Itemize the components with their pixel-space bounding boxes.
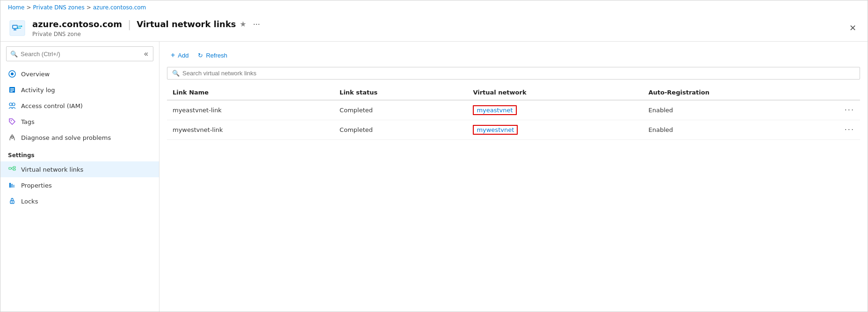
col-header-link-status[interactable]: Link status bbox=[334, 85, 467, 100]
sidebar-item-diagnose[interactable]: Diagnose and solve problems bbox=[0, 130, 159, 145]
svg-point-15 bbox=[12, 103, 15, 106]
sidebar-search-input[interactable] bbox=[21, 51, 140, 58]
breadcrumb-home[interactable]: Home bbox=[8, 4, 24, 11]
col-header-auto-registration[interactable]: Auto-Registration bbox=[643, 85, 839, 100]
properties-icon bbox=[8, 181, 16, 189]
auto-registration-cell: Enabled bbox=[643, 120, 839, 140]
breadcrumb-resource[interactable]: azure.contoso.com bbox=[93, 4, 146, 11]
svg-line-22 bbox=[11, 168, 13, 170]
settings-section-header: Settings bbox=[0, 145, 159, 161]
refresh-button[interactable]: ↻ Refresh bbox=[194, 50, 231, 61]
sidebar-item-label: Locks bbox=[21, 198, 38, 205]
svg-rect-18 bbox=[9, 167, 11, 169]
overview-icon bbox=[8, 70, 16, 78]
sidebar-item-label: Access control (IAM) bbox=[21, 102, 83, 109]
virtual-network-cell: myeastvnet bbox=[467, 100, 643, 120]
sidebar-item-label: Overview bbox=[21, 71, 50, 78]
svg-point-7 bbox=[17, 27, 19, 29]
header-title-group: azure.contoso.com | Virtual network link… bbox=[32, 18, 263, 37]
page-section-title: Virtual network links bbox=[137, 19, 236, 29]
row-ellipsis-button[interactable]: ··· bbox=[845, 125, 854, 134]
col-header-link-name[interactable]: Link Name bbox=[167, 85, 334, 100]
svg-point-17 bbox=[11, 137, 13, 138]
breadcrumb: Home > Private DNS zones > azure.contoso… bbox=[0, 0, 868, 15]
sidebar-search-container: 🔍 « bbox=[6, 46, 153, 61]
refresh-icon: ↻ bbox=[198, 52, 203, 59]
sidebar-item-label: Diagnose and solve problems bbox=[21, 134, 111, 141]
virtual-network-link[interactable]: mywestvnet bbox=[477, 126, 514, 133]
virtual-network-links-table: Link Name Link status Virtual network Au… bbox=[167, 85, 860, 304]
sidebar-item-iam[interactable]: Access control (IAM) bbox=[0, 98, 159, 114]
add-button[interactable]: + Add bbox=[167, 49, 192, 61]
link-status-cell: Completed bbox=[334, 120, 467, 140]
row-actions-cell: ··· bbox=[839, 120, 860, 140]
table-row: mywestvnet-link Completed mywestvnet Ena… bbox=[167, 120, 860, 140]
sidebar-item-locks[interactable]: Locks bbox=[0, 193, 159, 209]
link-status-cell: Completed bbox=[334, 100, 467, 120]
sidebar-item-tags[interactable]: Tags bbox=[0, 114, 159, 130]
sidebar-item-activity-log[interactable]: Activity log bbox=[0, 82, 159, 98]
svg-rect-19 bbox=[13, 167, 15, 168]
breadcrumb-private-dns[interactable]: Private DNS zones bbox=[33, 4, 85, 11]
collapse-button[interactable]: « bbox=[143, 49, 149, 59]
resource-name: azure.contoso.com bbox=[32, 19, 122, 29]
sidebar-item-label: Virtual network links bbox=[21, 166, 83, 173]
row-ellipsis-button[interactable]: ··· bbox=[845, 106, 854, 115]
svg-rect-12 bbox=[10, 90, 14, 91]
col-header-virtual-network[interactable]: Virtual network bbox=[467, 85, 643, 100]
sidebar-item-virtual-network-links[interactable]: Virtual network links bbox=[0, 161, 159, 177]
resource-type-label: Private DNS zone bbox=[32, 31, 263, 37]
svg-rect-23 bbox=[9, 183, 11, 188]
svg-rect-13 bbox=[10, 91, 13, 92]
favorite-star[interactable]: ★ bbox=[240, 20, 246, 29]
svg-point-16 bbox=[11, 120, 12, 121]
add-icon: + bbox=[171, 51, 175, 59]
resource-icon bbox=[8, 19, 27, 37]
activity-log-icon bbox=[8, 86, 16, 94]
main-content: + Add ↻ Refresh 🔍 Link Name bbox=[159, 42, 868, 312]
close-button[interactable]: ✕ bbox=[846, 21, 860, 35]
link-name-cell: myeastvnet-link bbox=[167, 100, 334, 120]
sidebar-item-label: Properties bbox=[21, 182, 52, 189]
svg-point-14 bbox=[9, 103, 12, 106]
page-header: azure.contoso.com | Virtual network link… bbox=[0, 15, 868, 42]
sidebar-item-label: Activity log bbox=[21, 87, 55, 94]
diagnose-icon bbox=[8, 133, 16, 142]
sidebar-item-overview[interactable]: Overview bbox=[0, 66, 159, 82]
svg-rect-11 bbox=[10, 88, 14, 89]
table-search-icon: 🔍 bbox=[172, 70, 180, 77]
svg-rect-25 bbox=[13, 185, 14, 188]
table-search-input[interactable] bbox=[182, 70, 855, 77]
svg-point-6 bbox=[21, 25, 22, 27]
iam-icon bbox=[8, 102, 16, 110]
more-options-button[interactable]: ··· bbox=[250, 18, 263, 30]
sidebar: 🔍 « Overview Activity log bbox=[0, 42, 159, 312]
svg-rect-24 bbox=[11, 184, 13, 188]
auto-registration-cell: Enabled bbox=[643, 100, 839, 120]
virtual-network-link[interactable]: myeastvnet bbox=[477, 107, 513, 114]
locks-icon bbox=[8, 197, 16, 205]
svg-point-9 bbox=[11, 73, 14, 75]
virtual-network-cell: mywestvnet bbox=[467, 120, 643, 140]
row-actions-cell: ··· bbox=[839, 100, 860, 120]
toolbar: + Add ↻ Refresh bbox=[167, 49, 860, 61]
table-search-container: 🔍 bbox=[167, 67, 860, 80]
vnet-links-icon bbox=[8, 165, 16, 174]
svg-point-27 bbox=[12, 202, 13, 203]
table-row: myeastvnet-link Completed myeastvnet Ena… bbox=[167, 100, 860, 120]
col-header-actions bbox=[839, 85, 860, 100]
sidebar-item-properties[interactable]: Properties bbox=[0, 177, 159, 193]
svg-rect-20 bbox=[13, 169, 15, 170]
link-name-cell: mywestvnet-link bbox=[167, 120, 334, 140]
sidebar-item-label: Tags bbox=[21, 118, 35, 125]
svg-line-21 bbox=[11, 167, 13, 169]
tags-icon bbox=[8, 117, 16, 126]
search-icon: 🔍 bbox=[10, 51, 18, 58]
